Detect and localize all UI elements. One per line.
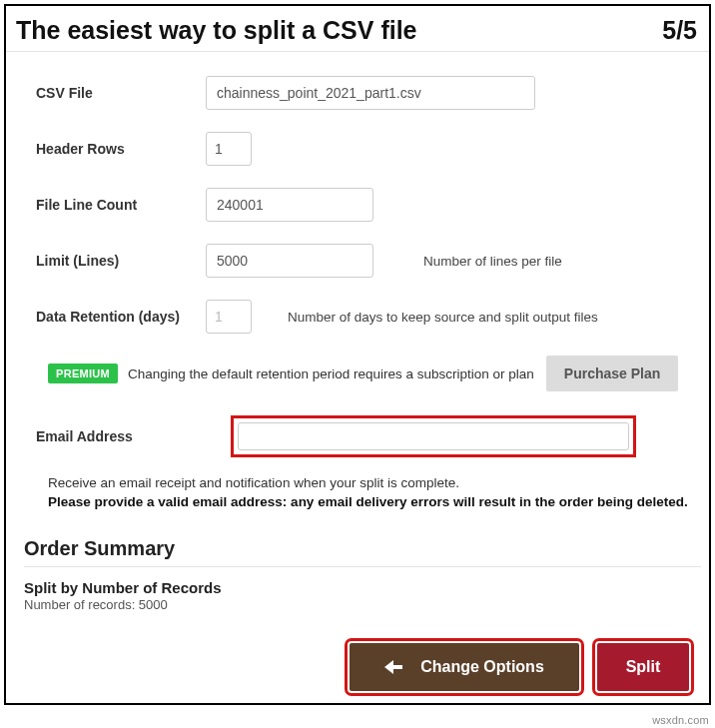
retention-input [206, 300, 252, 334]
header-rows-input[interactable] [206, 132, 252, 166]
premium-badge: PREMIUM [48, 364, 118, 383]
email-input[interactable] [238, 422, 629, 450]
header-rows-label: Header Rows [36, 141, 206, 157]
retention-row: Data Retention (days) Number of days to … [36, 300, 701, 334]
watermark: wsxdn.com [652, 714, 709, 726]
order-summary-title: Split by Number of Records [24, 579, 701, 596]
limit-label: Limit (Lines) [36, 253, 206, 269]
limit-hint: Number of lines per file [423, 254, 562, 269]
step-indicator: 5/5 [662, 16, 697, 45]
email-notes: Receive an email receipt and notificatio… [48, 475, 701, 509]
file-line-count-label: File Line Count [36, 197, 206, 213]
app-frame: The easiest way to split a CSV file 5/5 … [4, 4, 711, 705]
email-label: Email Address [36, 428, 231, 444]
csv-file-input[interactable] [206, 76, 535, 110]
file-line-count-row: File Line Count [36, 188, 701, 222]
retention-label: Data Retention (days) [36, 309, 206, 325]
email-highlight [231, 415, 636, 457]
premium-text: Changing the default retention period re… [128, 366, 534, 381]
limit-input[interactable] [206, 244, 373, 278]
file-line-count-input[interactable] [206, 188, 373, 222]
change-options-button[interactable]: Change Options [350, 643, 579, 691]
options-form: CSV File Header Rows File Line Count Lim… [6, 76, 709, 612]
header-rows-row: Header Rows [36, 132, 701, 166]
purchase-plan-button[interactable]: Purchase Plan [546, 356, 679, 391]
email-row: Email Address [36, 415, 701, 457]
change-options-label: Change Options [420, 658, 544, 676]
button-row: Change Options Split [350, 643, 689, 691]
csv-file-row: CSV File [36, 76, 701, 110]
split-button[interactable]: Split [597, 643, 689, 691]
split-label: Split [626, 658, 661, 676]
retention-hint: Number of days to keep source and split … [288, 310, 598, 325]
order-summary-block: Split by Number of Records Number of rec… [24, 579, 701, 612]
page-header: The easiest way to split a CSV file 5/5 [6, 6, 709, 52]
page-title: The easiest way to split a CSV file [16, 16, 417, 45]
premium-line: PREMIUM Changing the default retention p… [48, 356, 701, 391]
email-note-1: Receive an email receipt and notificatio… [48, 475, 701, 490]
email-note-2: Please provide a valid email address: an… [48, 494, 701, 509]
limit-row: Limit (Lines) Number of lines per file [36, 244, 701, 278]
order-summary-header: Order Summary [24, 537, 701, 567]
order-summary-sub: Number of records: 5000 [24, 597, 701, 612]
arrow-left-icon [384, 660, 402, 674]
csv-file-label: CSV File [36, 85, 206, 101]
